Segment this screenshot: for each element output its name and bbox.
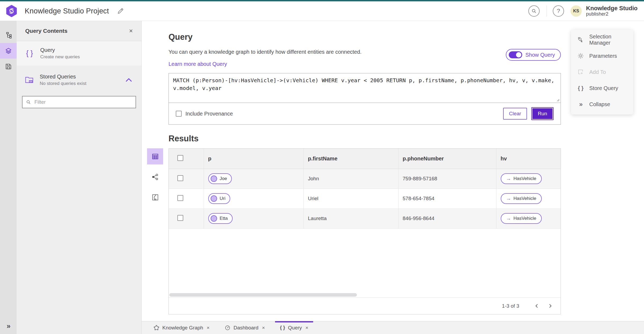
hierarchy-icon bbox=[5, 32, 12, 39]
icon-rail: » bbox=[0, 21, 17, 334]
node-label: Joe bbox=[220, 176, 227, 181]
search-button[interactable] bbox=[528, 5, 540, 17]
map-icon bbox=[152, 194, 159, 201]
close-tab-icon[interactable]: × bbox=[262, 325, 265, 331]
run-button[interactable]: Run bbox=[531, 107, 554, 120]
tab-dashboard[interactable]: Dashboard × bbox=[217, 321, 272, 334]
learn-more-link[interactable]: Learn more about Query bbox=[169, 61, 227, 67]
edge-label: HasVehicle bbox=[514, 196, 536, 201]
menu-item-parameters[interactable]: Parameters bbox=[571, 48, 633, 64]
collapse-section-icon[interactable] bbox=[124, 76, 133, 85]
node-chip[interactable]: Uri bbox=[208, 193, 230, 204]
node-label: Etta bbox=[220, 216, 228, 221]
include-provenance-checkbox[interactable] bbox=[176, 111, 182, 117]
column-header-phonenumber[interactable]: p.phoneNumber bbox=[398, 149, 496, 169]
parameters-gear-icon bbox=[577, 53, 584, 59]
query-footer: Include Provenance Clear Run bbox=[169, 103, 561, 124]
rail-item-saved[interactable] bbox=[0, 59, 17, 74]
panel-title: Query Contents bbox=[25, 28, 129, 34]
node-icon bbox=[211, 195, 217, 202]
edit-title-icon[interactable] bbox=[117, 8, 124, 15]
filter-input[interactable] bbox=[34, 99, 132, 105]
resize-handle-icon[interactable] bbox=[557, 99, 560, 102]
edge-chip[interactable]: →HasVehicle bbox=[501, 193, 542, 204]
layers-icon bbox=[5, 47, 12, 55]
panel-item-query[interactable]: { } Query Create new queries bbox=[17, 41, 141, 66]
edge-chip[interactable]: →HasVehicle bbox=[501, 173, 542, 184]
cell-firstname: John bbox=[303, 169, 398, 189]
column-header-firstname[interactable]: p.firstName bbox=[303, 149, 398, 169]
results-title: Results bbox=[169, 134, 561, 143]
table-row: Joe John 759-889-57168 →HasVehicle bbox=[169, 169, 561, 189]
avatar[interactable]: KS bbox=[570, 5, 582, 17]
add-to-icon bbox=[577, 69, 584, 75]
panel-item-gap bbox=[17, 66, 141, 68]
rail-item-queries[interactable] bbox=[0, 43, 17, 59]
panel-item-subtitle: Create new queries bbox=[40, 54, 133, 60]
clear-button[interactable]: Clear bbox=[503, 108, 527, 120]
cell-firstname: Uriel bbox=[303, 189, 398, 209]
expand-rail-icon[interactable]: » bbox=[7, 322, 10, 334]
select-all-checkbox[interactable] bbox=[177, 155, 183, 161]
previous-page-button[interactable] bbox=[531, 300, 542, 312]
query-braces-icon: { } bbox=[280, 325, 285, 331]
project-title: Knowledge Studio Project bbox=[25, 7, 109, 15]
cell-phonenumber: 578-654-7854 bbox=[398, 189, 496, 209]
search-icon bbox=[531, 8, 537, 14]
edge-chip[interactable]: →HasVehicle bbox=[501, 213, 542, 224]
graph-view-button[interactable] bbox=[147, 169, 163, 185]
toggle-switch[interactable] bbox=[509, 51, 522, 58]
close-tab-icon[interactable]: × bbox=[207, 325, 210, 331]
horizontal-scrollbar-thumb[interactable] bbox=[169, 293, 357, 297]
collapse-chevrons-icon: » bbox=[577, 100, 584, 108]
brand-name: Knowledge Studio bbox=[586, 5, 638, 12]
selection-manager-icon bbox=[577, 37, 584, 43]
edge-label: HasVehicle bbox=[514, 216, 536, 221]
panel-item-text: Query Create new queries bbox=[40, 47, 133, 60]
row-checkbox[interactable] bbox=[177, 195, 183, 201]
menu-item-store-query[interactable]: { } Store Query bbox=[571, 80, 633, 96]
cell-phonenumber: 759-889-57168 bbox=[398, 169, 496, 189]
help-icon: ? bbox=[557, 8, 560, 15]
column-header-hv[interactable]: hv bbox=[496, 149, 561, 169]
results-footer: 1-3 of 3 bbox=[169, 297, 561, 314]
column-header-p[interactable]: p bbox=[204, 149, 303, 169]
results-view-rail bbox=[147, 148, 163, 314]
query-contents-panel: Query Contents × { } Query Create new qu… bbox=[17, 21, 142, 334]
row-checkbox[interactable] bbox=[177, 215, 183, 221]
query-actions-menu: Selection Manager Parameters Add To { } … bbox=[571, 30, 633, 114]
app-logo-icon bbox=[5, 5, 18, 17]
map-view-button[interactable] bbox=[147, 189, 163, 205]
user-name: publisher2 bbox=[586, 12, 638, 17]
tab-label: Query bbox=[288, 325, 302, 331]
braces-icon: { } bbox=[25, 49, 34, 58]
query-editor-box: MATCH (p:Person)-[hv:HasVehicle]->(v:Veh… bbox=[169, 73, 561, 125]
tab-query[interactable]: { } Query × bbox=[272, 321, 316, 334]
rail-item-model-hierarchy[interactable] bbox=[0, 27, 17, 43]
help-button[interactable]: ? bbox=[553, 5, 564, 17]
menu-item-collapse[interactable]: » Collapse bbox=[571, 96, 633, 112]
topbar: Knowledge Studio Project ? KS Knowledge … bbox=[0, 1, 644, 21]
user-block: Knowledge Studio publisher2 bbox=[586, 5, 638, 17]
query-textarea[interactable]: MATCH (p:Person)-[hv:HasVehicle]->(v:Veh… bbox=[169, 73, 561, 103]
next-page-button[interactable] bbox=[544, 300, 556, 312]
stored-queries-filter bbox=[22, 96, 136, 108]
node-chip[interactable]: Joe bbox=[208, 173, 232, 184]
results-card: p p.firstName p.phoneNumber hv Joe John bbox=[169, 148, 561, 314]
node-chip[interactable]: Etta bbox=[208, 213, 233, 224]
close-panel-icon[interactable]: × bbox=[129, 27, 133, 35]
table-view-button[interactable] bbox=[147, 148, 163, 164]
menu-item-selection-manager[interactable]: Selection Manager bbox=[571, 32, 633, 48]
main-area: Query You can query a knowledge graph to… bbox=[142, 21, 644, 334]
tab-label: Knowledge Graph bbox=[162, 325, 203, 331]
stored-queries-folder-icon bbox=[25, 76, 34, 85]
panel-item-stored-queries[interactable]: Stored Queries No stored queries exist bbox=[17, 68, 141, 92]
tab-knowledge-graph[interactable]: Knowledge Graph × bbox=[146, 321, 217, 334]
close-tab-icon[interactable]: × bbox=[305, 325, 308, 331]
menu-item-label: Selection Manager bbox=[589, 34, 627, 46]
show-query-toggle[interactable]: Show Query bbox=[506, 49, 561, 61]
row-checkbox[interactable] bbox=[177, 175, 183, 181]
panel-header: Query Contents × bbox=[17, 21, 141, 41]
results-table: p p.firstName p.phoneNumber hv Joe John bbox=[169, 149, 561, 229]
chevron-left-icon bbox=[535, 304, 539, 308]
